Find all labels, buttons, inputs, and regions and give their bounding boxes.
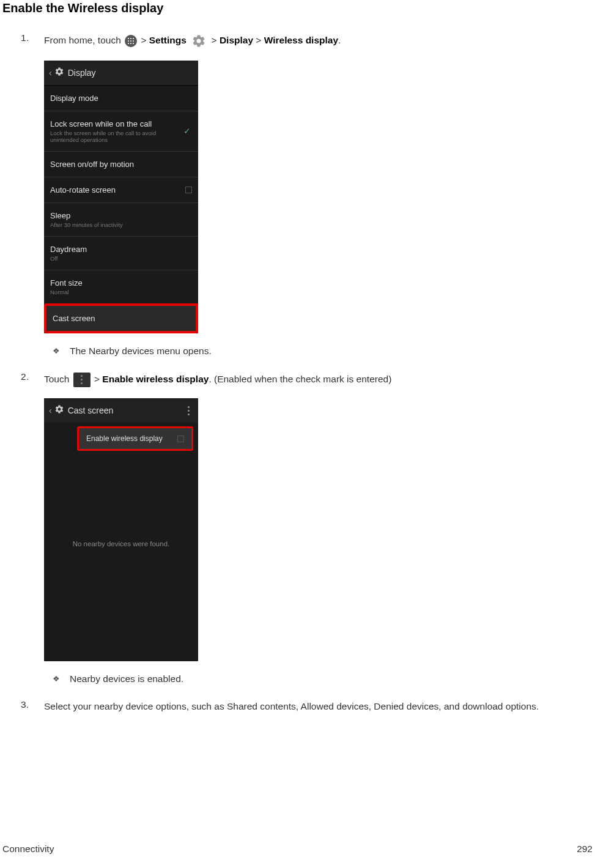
- ss1-sleep-sub: After 30 minutes of inactivity: [50, 221, 192, 228]
- step2-enable: Enable wireless display: [102, 374, 209, 384]
- ss1-cast-screen-highlight: Cast screen: [44, 303, 198, 333]
- screenshot-cast-screen: ‹ Cast screen Enable wireless display No…: [44, 398, 198, 661]
- step2-suffix: . (Enabled when the check mark is entere…: [209, 374, 391, 384]
- ss2-body: No nearby devices were found.: [44, 451, 198, 661]
- checkbox-icon: [177, 436, 184, 442]
- checkbox-icon: [185, 187, 192, 193]
- page-footer: Connectivity 292: [2, 844, 593, 855]
- step2-sep: >: [94, 374, 102, 384]
- step-3-text: Select your nearby device options, such …: [44, 699, 595, 714]
- step1-period: .: [338, 35, 341, 45]
- ss2-no-devices-msg: No nearby devices were found.: [73, 540, 170, 547]
- ss1-font-title: Font size: [50, 278, 192, 287]
- ss1-lock-left: Lock screen while on the call Lock the s…: [50, 119, 182, 143]
- ss2-header: ‹ Cast screen: [44, 398, 198, 423]
- step1-prefix: From home, touch: [44, 35, 124, 45]
- instructions-list: From home, touch > Settings > Display > …: [21, 32, 595, 714]
- ss1-motion-label: Screen on/off by motion: [50, 160, 134, 169]
- ss1-lock-sub: Lock the screen while on the call to avo…: [50, 130, 182, 143]
- ss1-display-mode: Display mode: [44, 86, 198, 111]
- ss1-header-title: Display: [68, 68, 96, 78]
- settings-gear-icon: [190, 32, 207, 50]
- footer-page-number: 292: [577, 844, 593, 855]
- ss1-screen-motion: Screen on/off by motion: [44, 152, 198, 177]
- screenshot-display-settings: ‹ Display Display mode Lock screen while…: [44, 61, 198, 333]
- ss1-sleep-left: Sleep After 30 minutes of inactivity: [50, 211, 192, 228]
- step-1-text: From home, touch > Settings > Display > …: [44, 32, 595, 50]
- ss1-rotate-label: Auto-rotate screen: [50, 185, 116, 195]
- step-1: From home, touch > Settings > Display > …: [21, 32, 595, 357]
- page-title: Enable the Wireless display: [0, 1, 595, 15]
- step2-prefix: Touch: [44, 374, 72, 384]
- footer-section: Connectivity: [2, 844, 54, 855]
- step-2: Touch > Enable wireless display. (Enable…: [21, 371, 595, 684]
- ss1-header: ‹ Display: [44, 61, 198, 86]
- back-icon: ‹: [49, 68, 52, 78]
- ss1-font-size: Font size Normal: [44, 270, 198, 303]
- step-2-text: Touch > Enable wireless display. (Enable…: [44, 371, 595, 387]
- bullet-nearby-enabled: Nearby devices is enabled.: [53, 673, 595, 684]
- back-icon: ‹: [49, 406, 52, 415]
- ss1-sleep: Sleep After 30 minutes of inactivity: [44, 203, 198, 237]
- ss1-daydream-left: Daydream Off: [50, 245, 192, 262]
- step1-sep1: >: [141, 35, 149, 45]
- apps-icon: [125, 35, 137, 47]
- ss1-cast-label: Cast screen: [53, 314, 190, 323]
- step1-settings: Settings: [149, 35, 187, 45]
- step1-sep2: >: [212, 35, 220, 45]
- ss1-display-mode-label: Display mode: [50, 94, 98, 103]
- gear-icon: [54, 67, 64, 79]
- checkmark-icon: [182, 128, 192, 135]
- ss1-font-left: Font size Normal: [50, 278, 192, 295]
- step1-sep3: >: [256, 35, 264, 45]
- overflow-dots-icon: [188, 406, 190, 415]
- overflow-menu-icon: [73, 373, 91, 387]
- ss1-font-sub: Normal: [50, 289, 192, 295]
- ss1-auto-rotate: Auto-rotate screen: [44, 177, 198, 203]
- gear-icon: [54, 404, 64, 417]
- ss2-header-title: Cast screen: [68, 406, 114, 415]
- ss1-daydream-sub: Off: [50, 255, 192, 262]
- step-3: Select your nearby device options, such …: [21, 699, 595, 714]
- step1-display: Display: [220, 35, 253, 45]
- ss1-daydream: Daydream Off: [44, 237, 198, 270]
- ss1-lock-screen: Lock screen while on the call Lock the s…: [44, 111, 198, 152]
- ss2-popup-text: Enable wireless display: [86, 434, 163, 443]
- ss2-popup-enable: Enable wireless display: [77, 426, 193, 451]
- ss1-sleep-title: Sleep: [50, 211, 192, 220]
- bullet-nearby-opens: The Nearby devices menu opens.: [53, 346, 595, 357]
- step1-wireless: Wireless display: [264, 35, 338, 45]
- ss1-lock-title: Lock screen while on the call: [50, 119, 182, 128]
- ss1-daydream-title: Daydream: [50, 245, 192, 254]
- ss2-header-left: ‹ Cast screen: [49, 404, 113, 417]
